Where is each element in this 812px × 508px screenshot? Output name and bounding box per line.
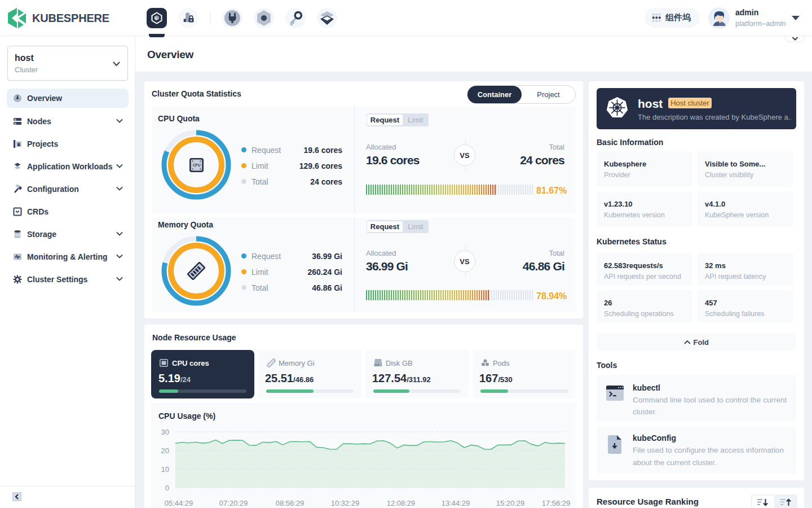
svg-text:CPU: CPU	[193, 163, 201, 167]
